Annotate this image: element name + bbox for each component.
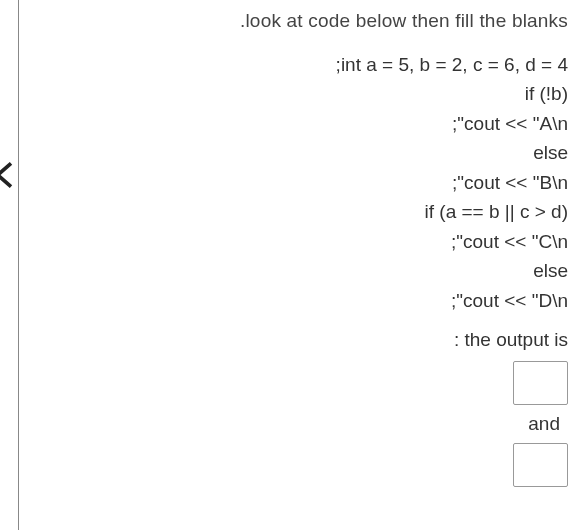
question-content: .look at code below then fill the blanks… xyxy=(240,10,568,495)
output-label: : the output is xyxy=(240,329,568,351)
answer-input-1[interactable] xyxy=(513,361,568,405)
code-line-8: else xyxy=(240,256,568,285)
question-title: .look at code below then fill the blanks xyxy=(240,10,568,32)
code-line-3: ;"cout << "A\n xyxy=(240,109,568,138)
code-line-9: ;"cout << "D\n xyxy=(240,286,568,315)
chevron-left-icon[interactable] xyxy=(0,155,26,195)
code-line-6: if (a == b || c > d) xyxy=(240,197,568,226)
blank-2-container xyxy=(240,443,568,487)
blank-1-container xyxy=(240,361,568,405)
code-line-4: else xyxy=(240,138,568,167)
code-line-1: ;int a = 5, b = 2, c = 6, d = 4 xyxy=(240,50,568,79)
vertical-divider xyxy=(18,0,19,530)
answer-input-2[interactable] xyxy=(513,443,568,487)
code-line-5: ;"cout << "B\n xyxy=(240,168,568,197)
code-line-2: if (!b) xyxy=(240,79,568,108)
code-line-7: ;"cout << "C\n xyxy=(240,227,568,256)
and-label: and xyxy=(240,413,568,435)
